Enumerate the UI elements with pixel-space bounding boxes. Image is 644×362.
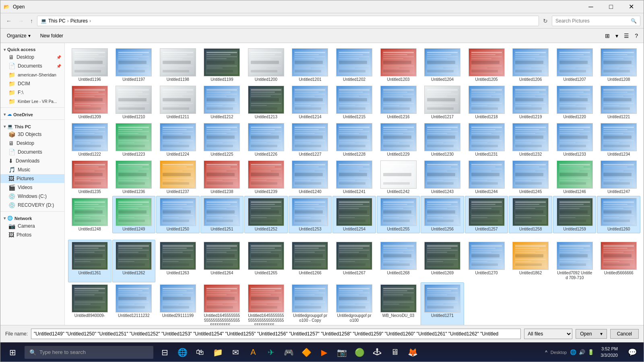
file-item[interactable]: Untitled1240 (289, 158, 332, 196)
sidebar-item-pictures[interactable]: 🖼 Pictures (0, 174, 64, 183)
taskbar-browser[interactable]: 🔶 (298, 343, 314, 362)
forward-button[interactable]: → (16, 16, 26, 26)
taskbar-clock[interactable]: 3:52 PM 3/3/2020 (597, 346, 621, 358)
file-item[interactable]: Untitled5666666 (597, 240, 640, 282)
sidebar-item-americavr[interactable]: 📁 americavr-Sheridan (0, 70, 64, 79)
file-item[interactable]: Untitled1197 (112, 46, 156, 84)
taskbar-amazon[interactable]: A (245, 343, 261, 362)
taskbar-task-view[interactable]: ⊟ (157, 343, 173, 362)
file-item[interactable]: Untitled1254 (332, 196, 376, 233)
search-input[interactable] (555, 18, 631, 24)
file-item[interactable]: Untitled1230 (421, 121, 464, 158)
file-item[interactable]: Untitled1217 (421, 84, 464, 121)
file-item[interactable]: Untitledgroupgof pro100 - Copy (289, 282, 332, 325)
taskbar-search[interactable]: 🔍 Type here to search (25, 346, 153, 359)
file-item[interactable]: Untitled1201 (289, 46, 332, 84)
file-item[interactable]: Untitled1208 (597, 46, 640, 84)
file-item[interactable]: Untitled1247 (597, 158, 640, 196)
file-item[interactable]: Untitled1200 (244, 46, 288, 84)
file-item[interactable]: Untitled1262 (112, 240, 156, 282)
file-item[interactable]: Untitled1239 (244, 158, 288, 196)
sidebar-item-documents[interactable]: 📄 Documents 📌 (0, 62, 64, 70)
file-item[interactable]: Untitled1237 (156, 158, 200, 196)
file-item[interactable]: Untitled1269 (421, 240, 464, 282)
file-item[interactable]: Untitled1210 (112, 84, 156, 121)
file-item[interactable]: Untitled1256 (421, 196, 464, 233)
file-item[interactable]: Untitled1242 (377, 158, 420, 196)
file-item[interactable]: Untitled1211 (156, 84, 200, 121)
file-item[interactable]: Untitled1244 (465, 158, 508, 196)
file-item[interactable]: Untitled1268 (377, 240, 420, 282)
file-item[interactable]: Untitled1207 (553, 46, 597, 84)
sidebar-item-desktop2[interactable]: 🖥 Desktop (0, 139, 64, 148)
file-item[interactable]: Untitled1229 (377, 121, 420, 158)
sidebar-item-photos[interactable]: 🖼 Photos (0, 230, 64, 239)
file-item[interactable]: Untitled8940009- (68, 282, 111, 325)
file-item[interactable]: Untitled1228 (332, 121, 376, 158)
file-item[interactable]: Untitled1266 (289, 240, 332, 282)
sidebar-item-music[interactable]: 🎵 Music (0, 165, 64, 174)
file-item[interactable]: Untitled1235 (68, 158, 111, 196)
new-folder-button[interactable]: New folder (37, 31, 66, 40)
file-item[interactable]: Untitled1232 (509, 121, 552, 158)
view-icon-button[interactable]: ⊞ (603, 31, 612, 41)
taskbar-camera2[interactable]: 📷 (334, 343, 350, 362)
file-item[interactable]: Untitled1224 (156, 121, 200, 158)
file-item[interactable]: Untitled1253 (289, 196, 332, 233)
file-item[interactable]: Untitled1264 (200, 240, 244, 282)
file-item[interactable]: Untitled1270 (465, 240, 508, 282)
taskbar-tripadvisor[interactable]: ✈ (263, 343, 279, 362)
refresh-button[interactable]: ↻ (541, 16, 550, 26)
file-item[interactable]: Untitled1246 (553, 158, 597, 196)
file-item[interactable]: Untitled1212 (200, 84, 244, 121)
file-item[interactable]: Untitled1255 (377, 196, 420, 233)
file-item[interactable]: Untitled1214 (289, 84, 332, 121)
file-item[interactable]: Untitled1205 (465, 46, 508, 84)
view-list-button[interactable]: ☰ (621, 31, 632, 41)
onedrive-header[interactable]: ▾ ☁ OneDrive (0, 109, 64, 118)
file-item[interactable]: Untitled1236 (112, 158, 156, 196)
file-item[interactable]: Untitled1252 (244, 196, 288, 233)
organize-button[interactable]: Organize ▾ (4, 31, 34, 40)
taskbar-explorer[interactable]: 📁 (210, 343, 226, 362)
file-item[interactable]: Untitled1263 (156, 240, 200, 282)
search-box[interactable]: 🔍 (552, 16, 640, 26)
file-item[interactable]: Untitled1199 (200, 46, 244, 84)
sidebar-item-dcim[interactable]: 📁 DCIM (0, 79, 64, 88)
file-item[interactable]: Untitled1238 (200, 158, 244, 196)
open-dropdown-button[interactable]: ▾ (596, 329, 607, 338)
back-button[interactable]: ← (4, 16, 14, 26)
taskbar-vlc[interactable]: ▶ (316, 343, 332, 362)
sidebar-item-camera[interactable]: 📷 Camera (0, 222, 64, 230)
file-item[interactable]: Untitled1257 (465, 196, 508, 233)
sidebar-item-fbackslash[interactable]: 📁 F:\ (0, 88, 64, 97)
file-item[interactable]: Untitled1198 (156, 46, 200, 84)
file-item[interactable]: Untitled1245 (509, 158, 552, 196)
network-header[interactable]: ▾ 🌐 Network (0, 213, 64, 222)
file-item[interactable]: Untitled1258 (509, 196, 552, 233)
filetype-select[interactable]: All files (524, 329, 572, 339)
file-item[interactable]: Untitled1209 (68, 84, 111, 121)
sidebar-item-documents2[interactable]: 📄 Documents (0, 148, 64, 156)
sidebar-item-3dobjects[interactable]: 📦 3D Objects (0, 130, 64, 139)
sidebar-item-recovery-d[interactable]: 💿 RECOVERY (D:) (0, 201, 64, 210)
taskbar-monitor[interactable]: 🖥 (387, 343, 403, 362)
file-item[interactable]: Untitled1234 (597, 121, 640, 158)
file-item[interactable]: Untitled1243 (421, 158, 464, 196)
file-item[interactable]: Untitled1862 (509, 240, 552, 282)
open-button[interactable]: Open (576, 329, 596, 338)
file-item[interactable]: Untitled1219 (509, 84, 552, 121)
cancel-button[interactable]: Cancel (610, 329, 639, 339)
file-item[interactable]: Untitled1267 (332, 240, 376, 282)
file-item[interactable]: Untitled16455555555555555555555555555555… (244, 282, 288, 325)
file-item[interactable]: Untitled1261 (68, 240, 111, 282)
file-item[interactable]: Untitled1271 (421, 282, 464, 325)
file-item[interactable]: Untitled1265 (244, 240, 288, 282)
file-item[interactable]: WB_NecroDU_03 (377, 282, 420, 325)
taskbar-mail[interactable]: ✉ (227, 343, 244, 362)
close-button[interactable]: ✕ (622, 0, 640, 13)
file-item[interactable]: Untitled1249 (112, 196, 156, 233)
taskbar-game[interactable]: 🕹 (369, 343, 385, 362)
file-item[interactable]: Untitled1204 (421, 46, 464, 84)
sidebar-item-desktop[interactable]: 🖥 Desktop 📌 (0, 53, 64, 62)
